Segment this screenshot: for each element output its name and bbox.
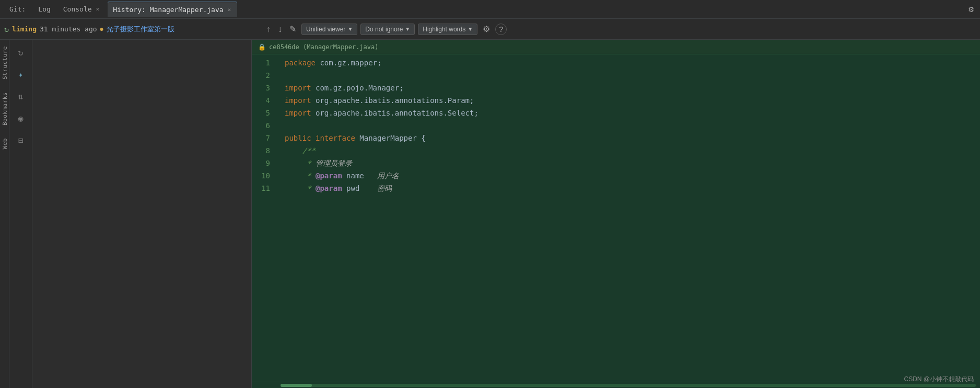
- commit-dot: ●: [100, 26, 103, 32]
- tab-git[interactable]: Git:: [4, 2, 31, 17]
- sidebar-icon-pin[interactable]: ✦: [13, 66, 29, 83]
- code-line-6: 6: [252, 121, 980, 134]
- tab-history[interactable]: History: ManagerMapper.java ×: [108, 2, 237, 17]
- line-content-8: /**: [281, 146, 980, 155]
- line-num-1: 1: [252, 59, 281, 67]
- line-num-10: 10: [252, 172, 281, 180]
- scrollbar-track: [281, 384, 976, 387]
- highlight-words-dropdown[interactable]: Highlight words ▼: [418, 24, 477, 35]
- toolbar-settings-button[interactable]: ⚙: [481, 23, 492, 35]
- code-line-1: 1 package com.gz.mapper;: [252, 59, 980, 71]
- left-panel: [32, 40, 252, 388]
- tab-log-label: Log: [38, 5, 50, 13]
- line-num-8: 8: [252, 146, 281, 155]
- sidebar-icons: ↻ ✦ ⇅ ◉ ⊟: [9, 40, 32, 388]
- toolbar-left: ↻ liming 31 minutes ago ● 光子摄影工作室第一版: [4, 25, 260, 34]
- ignore-dropdown[interactable]: Do not ignore ▼: [360, 24, 415, 35]
- refresh-icon[interactable]: ↻: [4, 25, 9, 34]
- line-content-6: [281, 121, 980, 130]
- line-num-2: 2: [252, 71, 281, 79]
- lock-icon: 🔒: [258, 43, 266, 51]
- tab-history-close[interactable]: ×: [227, 6, 232, 14]
- line-content-4: import org.apache.ibatis.annotations.Par…: [281, 96, 980, 105]
- tab-git-label: Git:: [9, 5, 26, 13]
- help-icon: ?: [499, 25, 503, 33]
- main-area: Structure Bookmarks Web ↻ ✦ ⇅ ◉ ⊟ 🔒 ce85…: [0, 40, 980, 388]
- far-left-tabs: Structure Bookmarks Web: [0, 40, 9, 388]
- ignore-dropdown-arrow: ▼: [405, 26, 410, 32]
- horizontal-scrollbar[interactable]: [252, 382, 980, 388]
- tab-console-label: Console: [63, 5, 92, 13]
- code-header: 🔒 ce8546de (ManagerMapper.java): [252, 40, 980, 54]
- sidebar-icon-refresh[interactable]: ↻: [13, 44, 29, 61]
- commit-time: 31 minutes ago: [40, 25, 97, 33]
- code-line-9: 9 * 管理员登录: [252, 159, 980, 172]
- line-content-9: * 管理员登录: [281, 159, 980, 168]
- line-content-10: * @param name 用户名: [281, 172, 980, 181]
- line-num-6: 6: [252, 121, 281, 130]
- line-num-5: 5: [252, 109, 281, 117]
- code-line-3: 3 import com.gz.pojo.Manager;: [252, 84, 980, 96]
- line-content-2: [281, 71, 980, 79]
- tab-console-close[interactable]: ×: [95, 5, 101, 13]
- viewer-dropdown-arrow: ▼: [347, 26, 353, 32]
- line-content-5: import org.apache.ibatis.annotations.Sel…: [281, 109, 980, 117]
- tab-console[interactable]: Console ×: [58, 2, 106, 17]
- toolbar-settings-icon: ⚙: [483, 25, 490, 33]
- file-info: ce8546de (ManagerMapper.java): [269, 43, 379, 51]
- code-panel: 🔒 ce8546de (ManagerMapper.java) 1 packag…: [252, 40, 980, 388]
- edit-button[interactable]: ✎: [287, 23, 298, 35]
- code-content[interactable]: 1 package com.gz.mapper; 2 3 import com.…: [252, 54, 980, 382]
- line-content-1: package com.gz.mapper;: [281, 59, 980, 67]
- line-content-11: * @param pwd 密码: [281, 184, 980, 193]
- toolbar-center: ↑ ↓ ✎ Unified viewer ▼ Do not ignore ▼ H…: [264, 23, 976, 35]
- line-content-3: import com.gz.pojo.Manager;: [281, 84, 980, 92]
- code-line-8: 8 /**: [252, 146, 980, 159]
- web-tab[interactable]: Web: [0, 132, 9, 155]
- down-nav-button[interactable]: ↓: [276, 24, 284, 35]
- line-num-4: 4: [252, 96, 281, 105]
- highlight-dropdown-arrow: ▼: [468, 26, 473, 32]
- author-name: liming: [12, 25, 37, 33]
- tab-history-label: History: ManagerMapper.java: [113, 6, 223, 14]
- sidebar-icon-branch[interactable]: ⇅: [13, 88, 29, 105]
- line-num-11: 11: [252, 184, 281, 192]
- unified-viewer-label: Unified viewer: [306, 26, 345, 33]
- scrollbar-thumb[interactable]: [281, 384, 312, 387]
- sidebar-icon-layout[interactable]: ⊟: [13, 132, 29, 149]
- bookmarks-tab[interactable]: Bookmarks: [0, 86, 9, 132]
- code-line-5: 5 import org.apache.ibatis.annotations.S…: [252, 109, 980, 121]
- code-line-10: 10 * @param name 用户名: [252, 172, 980, 184]
- commit-message: 光子摄影工作室第一版: [107, 25, 174, 34]
- line-num-7: 7: [252, 134, 281, 142]
- code-line-7: 7 public interface ManagerMapper {: [252, 134, 980, 146]
- ignore-label: Do not ignore: [365, 26, 403, 33]
- line-content-7: public interface ManagerMapper {: [281, 134, 980, 142]
- code-line-11: 11 * @param pwd 密码: [252, 184, 980, 197]
- tab-log[interactable]: Log: [33, 2, 55, 17]
- toolbar: ↻ liming 31 minutes ago ● 光子摄影工作室第一版 ↑ ↓…: [0, 19, 980, 40]
- line-num-9: 9: [252, 159, 281, 167]
- tab-bar: Git: Log Console × History: ManagerMappe…: [0, 0, 980, 19]
- up-nav-button[interactable]: ↑: [264, 24, 273, 35]
- sidebar-icon-eye[interactable]: ◉: [13, 110, 29, 127]
- help-button[interactable]: ?: [495, 24, 507, 35]
- unified-viewer-dropdown[interactable]: Unified viewer ▼: [301, 24, 357, 35]
- highlight-words-label: Highlight words: [423, 26, 465, 33]
- structure-tab[interactable]: Structure: [0, 40, 9, 86]
- watermark: CSDN @小钟不想敲代码: [904, 375, 974, 384]
- code-line-4: 4 import org.apache.ibatis.annotations.P…: [252, 96, 980, 109]
- line-num-3: 3: [252, 84, 281, 92]
- code-line-2: 2: [252, 71, 980, 84]
- top-settings-icon[interactable]: ⚙: [966, 2, 976, 16]
